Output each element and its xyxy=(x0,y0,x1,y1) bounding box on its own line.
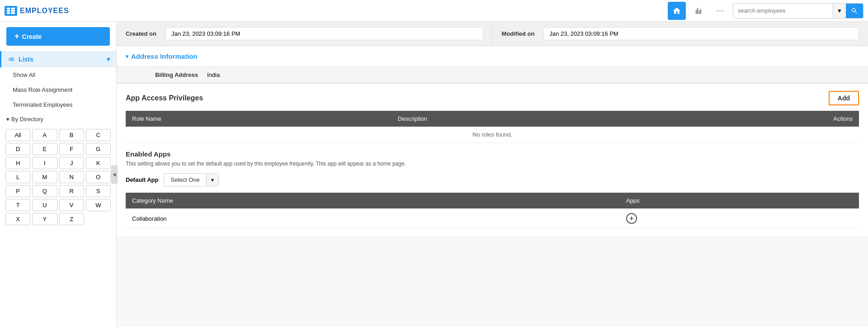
address-section-header: ▾ Address Information xyxy=(117,46,868,67)
roles-table: Role Name Description Actions No roles f… xyxy=(126,111,859,143)
app-access-title: App Access Privileges xyxy=(126,94,203,102)
app-logo-icon xyxy=(5,6,17,16)
no-roles-row: No roles found. xyxy=(126,127,859,143)
alpha-f[interactable]: F xyxy=(59,143,84,155)
search-go-button[interactable] xyxy=(846,3,863,19)
roles-table-header-row: Role Name Description Actions xyxy=(126,111,859,127)
svg-rect-0 xyxy=(7,8,10,9)
alpha-t[interactable]: T xyxy=(5,199,30,211)
col-category-name: Category Name xyxy=(126,193,620,209)
created-on-label: Created on xyxy=(126,30,156,37)
alpha-r[interactable]: R xyxy=(59,185,84,197)
select-value: Select One xyxy=(164,174,206,186)
search-dropdown-button[interactable]: ▼ xyxy=(833,4,846,18)
more-button[interactable]: ··· xyxy=(711,2,729,20)
no-roles-message: No roles found. xyxy=(126,127,859,143)
create-label: Create xyxy=(22,33,42,40)
alpha-k[interactable]: K xyxy=(86,157,111,169)
alpha-c[interactable]: C xyxy=(86,129,111,141)
apps-cell: + xyxy=(620,209,859,229)
apps-table: Category Name Apps Collaboration + xyxy=(126,193,859,229)
alpha-o[interactable]: O xyxy=(86,171,111,183)
alpha-m[interactable]: M xyxy=(32,171,57,183)
address-section: ▾ Address Information Billing Address In… xyxy=(117,46,868,84)
sidebar-item-show-all[interactable]: Show All xyxy=(0,67,116,82)
by-directory-header[interactable]: ▾ By Directory xyxy=(0,112,116,126)
address-chevron: ▾ xyxy=(126,53,128,60)
alpha-d[interactable]: D xyxy=(5,143,30,155)
alpha-q[interactable]: Q xyxy=(32,185,57,197)
billing-address-row: Billing Address India xyxy=(117,67,868,83)
enabled-apps-description: This setting allows you to set the defau… xyxy=(126,161,859,167)
alpha-v[interactable]: V xyxy=(59,199,84,211)
alpha-j[interactable]: J xyxy=(59,157,84,169)
alpha-n[interactable]: N xyxy=(59,171,84,183)
default-app-row: Default App Select One ▾ xyxy=(126,173,859,186)
apps-table-row: Collaboration + xyxy=(126,209,859,229)
sidebar-item-terminated[interactable]: Terminated Employees xyxy=(0,97,116,112)
app-title: EMPLOYEES xyxy=(20,7,69,15)
sidebar-collapse-handle[interactable]: ◀ xyxy=(111,166,118,184)
create-button[interactable]: + Create xyxy=(6,27,110,46)
meta-row: Created on Jan 23, 2023 03:09:16 PM Modi… xyxy=(117,22,868,46)
search-container: ▼ xyxy=(733,3,863,19)
alpha-s[interactable]: S xyxy=(86,185,111,197)
col-apps: Apps xyxy=(620,193,859,209)
default-app-label: Default App xyxy=(126,176,158,183)
chevron-down-icon: ▾ xyxy=(6,116,9,123)
mass-role-label: Mass Role Assignment xyxy=(13,86,72,93)
col-description: Description xyxy=(392,111,657,127)
alpha-e[interactable]: E xyxy=(32,143,57,155)
main-layout: + Create Lists ▾ Show All Mass Role Assi… xyxy=(0,22,868,327)
lists-label: Lists xyxy=(19,56,33,63)
default-app-select[interactable]: Select One ▾ xyxy=(164,173,218,186)
svg-rect-1 xyxy=(7,10,10,12)
more-icon: ··· xyxy=(716,6,724,15)
alpha-g[interactable]: G xyxy=(86,143,111,155)
apps-table-header-row: Category Name Apps xyxy=(126,193,859,209)
terminated-label: Terminated Employees xyxy=(13,101,72,108)
alpha-y[interactable]: Y xyxy=(32,213,57,225)
alpha-z[interactable]: Z xyxy=(59,213,84,225)
plus-circle-icon: + xyxy=(629,214,633,223)
alpha-x[interactable]: X xyxy=(5,213,30,225)
search-input[interactable] xyxy=(733,7,833,14)
sidebar-item-mass-role[interactable]: Mass Role Assignment xyxy=(0,82,116,97)
home-button[interactable] xyxy=(668,2,686,20)
modified-on-cell: Modified on Jan 23, 2023 03:09:16 PM xyxy=(492,22,868,46)
sidebar-item-lists[interactable]: Lists ▾ xyxy=(0,51,116,67)
plus-icon: + xyxy=(14,32,19,41)
alpha-u[interactable]: U xyxy=(32,199,57,211)
modified-on-label: Modified on xyxy=(502,30,535,37)
enabled-apps-title: Enabled Apps xyxy=(126,150,859,158)
created-on-value: Jan 23, 2023 03:09:16 PM xyxy=(165,27,483,40)
alpha-a[interactable]: A xyxy=(32,129,57,141)
alpha-i[interactable]: I xyxy=(32,157,57,169)
svg-rect-4 xyxy=(11,10,15,12)
show-all-label: Show All xyxy=(13,71,35,78)
chart-button[interactable] xyxy=(689,2,708,20)
address-section-title[interactable]: ▾ Address Information xyxy=(126,52,859,60)
alpha-l[interactable]: L xyxy=(5,171,30,183)
svg-rect-2 xyxy=(7,12,10,14)
chevron-down-icon: ▼ xyxy=(837,8,842,14)
created-on-cell: Created on Jan 23, 2023 03:09:16 PM xyxy=(117,22,492,46)
svg-rect-5 xyxy=(11,12,15,14)
alpha-p[interactable]: P xyxy=(5,185,30,197)
content-area: Created on Jan 23, 2023 03:09:16 PM Modi… xyxy=(117,22,868,327)
billing-address-label: Billing Address xyxy=(126,71,207,78)
alpha-all[interactable]: All xyxy=(5,129,30,141)
alpha-h[interactable]: H xyxy=(5,157,30,169)
address-title-text: Address Information xyxy=(131,52,198,60)
select-arrow-icon[interactable]: ▾ xyxy=(206,174,218,186)
modified-on-value: Jan 23, 2023 03:09:16 PM xyxy=(543,27,859,40)
add-collaboration-button[interactable]: + xyxy=(626,213,637,224)
top-nav: EMPLOYEES ··· ▼ xyxy=(0,0,868,22)
svg-rect-3 xyxy=(11,8,15,9)
alpha-w[interactable]: W xyxy=(86,199,111,211)
alpha-b[interactable]: B xyxy=(59,129,84,141)
by-directory-label: By Directory xyxy=(11,116,43,123)
add-role-button[interactable]: Add xyxy=(829,91,859,105)
billing-address-value: India xyxy=(207,71,859,78)
category-name-cell: Collaboration xyxy=(126,209,620,229)
